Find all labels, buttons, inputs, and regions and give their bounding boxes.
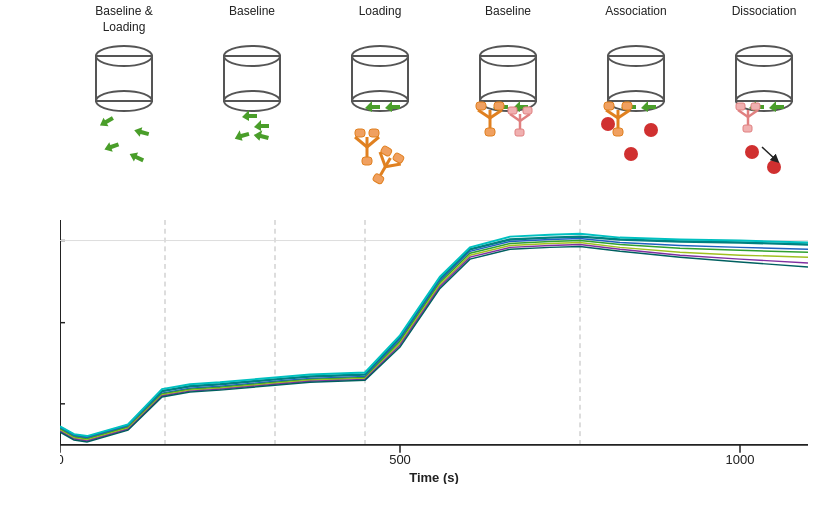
- svg-marker-3: [97, 114, 115, 130]
- stage-label-1: Baseline &Loading: [95, 4, 152, 36]
- stage-loading: Loading: [316, 0, 444, 202]
- sensor-5: [596, 42, 676, 202]
- stage-label-6: Dissociation: [732, 4, 797, 36]
- stage-baseline1: Baseline: [188, 0, 316, 202]
- svg-point-61: [624, 147, 638, 161]
- svg-text:0: 0: [60, 453, 64, 468]
- svg-line-37: [478, 110, 490, 118]
- svg-rect-56: [604, 102, 614, 110]
- svg-rect-40: [494, 102, 504, 110]
- svg-rect-71: [751, 103, 760, 110]
- svg-line-21: [367, 137, 379, 147]
- svg-rect-72: [743, 125, 752, 132]
- svg-marker-11: [253, 128, 270, 143]
- svg-rect-47: [515, 129, 524, 136]
- svg-rect-23: [369, 129, 379, 137]
- svg-rect-41: [485, 128, 495, 136]
- sensor-6: [724, 42, 804, 202]
- stage-association: Association: [572, 0, 700, 202]
- svg-point-74: [767, 160, 781, 174]
- svg-rect-70: [736, 103, 745, 110]
- stage-label-5: Association: [605, 4, 666, 36]
- svg-text:Time (s): Time (s): [409, 470, 459, 484]
- svg-line-44: [520, 114, 530, 121]
- illustration-area: Baseline &Loading: [0, 0, 828, 220]
- sensor-2: [212, 42, 292, 202]
- sensor-1: [84, 42, 164, 202]
- svg-rect-29: [392, 152, 405, 164]
- stage-label-3: Loading: [359, 4, 402, 36]
- svg-marker-13: [254, 120, 269, 131]
- svg-rect-22: [355, 129, 365, 137]
- svg-line-43: [510, 114, 520, 121]
- svg-rect-45: [508, 107, 517, 114]
- chart-area: 0 -2 -4 0 500 1000: [0, 220, 828, 524]
- stage-baseline-loading: Baseline &Loading: [60, 0, 188, 202]
- svg-marker-4: [133, 125, 150, 139]
- stage-label-2: Baseline: [229, 4, 275, 36]
- main-container: Baseline &Loading: [0, 0, 828, 524]
- svg-text:1000: 1000: [726, 453, 755, 468]
- svg-line-38: [490, 110, 502, 118]
- svg-rect-30: [372, 173, 385, 185]
- svg-line-75: [762, 147, 776, 160]
- stage-baseline2: Baseline: [444, 0, 572, 202]
- svg-rect-39: [476, 102, 486, 110]
- svg-point-59: [601, 117, 615, 131]
- svg-marker-10: [233, 128, 250, 143]
- svg-point-60: [644, 123, 658, 137]
- svg-line-55: [618, 110, 630, 118]
- svg-point-73: [745, 145, 759, 159]
- svg-rect-58: [613, 128, 623, 136]
- svg-text:500: 500: [389, 453, 411, 468]
- svg-line-68: [738, 110, 748, 117]
- stage-label-4: Baseline: [485, 4, 531, 36]
- svg-rect-46: [523, 107, 532, 114]
- sensor-3: [340, 42, 420, 202]
- svg-line-20: [355, 137, 367, 147]
- sensor-4: [468, 42, 548, 202]
- stage-dissociation: Dissociation: [700, 0, 828, 202]
- chart-inner: 0 -2 -4 0 500 1000: [60, 220, 808, 484]
- svg-rect-24: [362, 157, 372, 165]
- svg-rect-57: [622, 102, 632, 110]
- svg-marker-6: [128, 150, 146, 165]
- svg-marker-5: [103, 140, 121, 155]
- svg-line-54: [606, 110, 618, 118]
